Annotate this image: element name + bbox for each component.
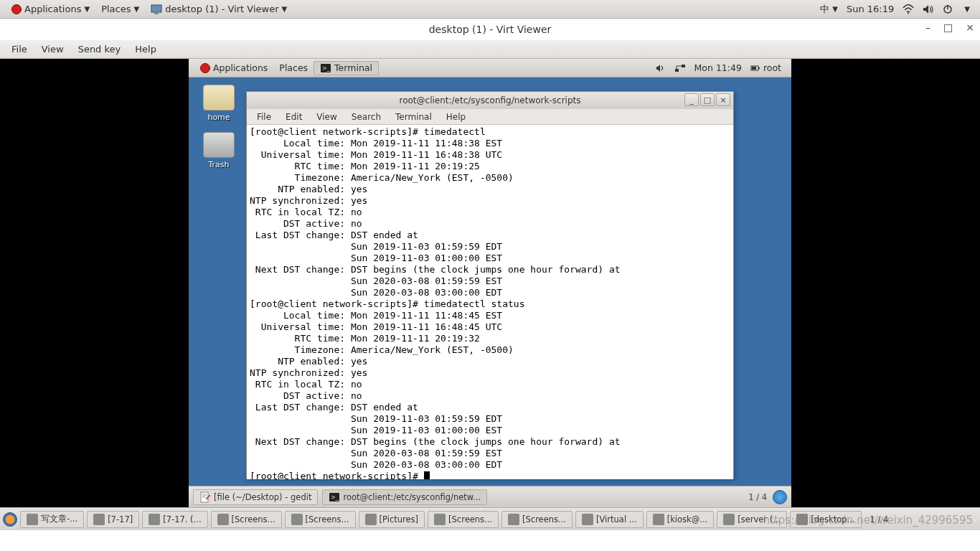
window-controls: – □ × (925, 22, 974, 33)
guest-user-menu[interactable]: root (746, 62, 786, 73)
home-folder-icon[interactable]: home (196, 85, 242, 122)
terminal-title-text: root@client:/etc/sysconfig/network-scrip… (400, 95, 581, 105)
guest-task-terminal[interactable]: >_ root@client:/etc/sysconfig/netw... (322, 489, 487, 505)
guest-places-menu[interactable]: Places (273, 62, 314, 73)
terminal-menu-edit[interactable]: Edit (278, 112, 309, 122)
host-task-item[interactable]: [7-17. (... (142, 511, 207, 528)
svg-text:>_: >_ (322, 65, 331, 72)
app-icon (508, 514, 519, 525)
terminal-titlebar[interactable]: root@client:/etc/sysconfig/network-scrip… (247, 92, 733, 109)
volume-icon[interactable] (918, 4, 938, 14)
menu-file[interactable]: File (4, 44, 34, 55)
guest-desktop-icons: home Trash (196, 85, 242, 179)
trash-icon[interactable]: Trash (196, 132, 242, 169)
app-icon (434, 514, 446, 525)
app-icon (365, 514, 377, 525)
host-task-item[interactable]: [7-17] (87, 511, 139, 528)
input-method-indicator[interactable]: 中▼ (816, 3, 842, 16)
svg-rect-1 (154, 13, 159, 14)
virt-viewer-menubar: File View Send key Help (0, 40, 980, 59)
host-taskbar: 写文章-...[7-17][7-17. (...[Screens...[Scre… (0, 507, 980, 530)
guest-top-bar: Applications Places >_ Terminal Mon 11:4… (189, 59, 791, 77)
terminal-icon: >_ (320, 62, 331, 74)
guest-terminal-task[interactable]: >_ Terminal (314, 61, 379, 75)
power-icon[interactable] (938, 4, 957, 14)
places-menu[interactable]: Places ▼ (95, 4, 145, 14)
terminal-menubar: File Edit View Search Terminal Help (247, 109, 733, 125)
svg-rect-10 (758, 67, 760, 69)
host-task-item[interactable]: [kiosk@... (646, 511, 715, 528)
redhat-icon (200, 63, 210, 73)
host-task-item[interactable]: [Pictures] (359, 511, 425, 528)
app-icon (582, 514, 593, 525)
guest-applications-menu[interactable]: Applications (194, 62, 273, 73)
app-icon (796, 514, 808, 525)
terminal-window[interactable]: root@client:/etc/sysconfig/network-scrip… (246, 91, 734, 479)
guest-network-icon[interactable] (670, 64, 690, 72)
terminal-minimize-button[interactable]: _ (684, 93, 699, 106)
terminal-menu-file[interactable]: File (250, 112, 278, 122)
host-task-item[interactable]: [Screens... (285, 511, 356, 528)
menu-help[interactable]: Help (128, 44, 164, 55)
chevron-down-icon: ▼ (282, 5, 288, 13)
host-task-item[interactable]: [Screens... (211, 511, 282, 528)
app-icon (291, 514, 303, 525)
guest-taskbar: [file (~/Desktop) - gedit >_ root@client… (189, 486, 791, 507)
chevron-down-icon: ▼ (832, 5, 838, 13)
workspace-indicator[interactable]: 1 / 4 (743, 492, 773, 502)
terminal-menu-search[interactable]: Search (344, 112, 388, 122)
terminal-maximize-button[interactable]: □ (700, 93, 715, 106)
chevron-down-icon: ▼ (84, 5, 90, 13)
chevron-down-icon: ▼ (133, 5, 139, 13)
host-task-item[interactable]: [server (... (717, 511, 787, 528)
terminal-window-controls: _ □ × (684, 93, 730, 106)
app-icon (723, 514, 735, 525)
svg-rect-7 (675, 69, 679, 72)
host-task-list: 写文章-...[7-17][7-17. (...[Screens...[Scre… (20, 511, 864, 528)
svg-point-2 (908, 12, 909, 14)
host-task-item[interactable]: 写文章-... (20, 511, 84, 528)
applications-menu[interactable]: Applications ▼ (6, 4, 95, 14)
svg-rect-11 (752, 67, 756, 70)
virt-viewer-titlebar[interactable]: desktop (1) - Virt Viewer – □ × (0, 19, 980, 40)
redhat-icon (11, 4, 22, 14)
host-workspace-indicator[interactable]: 1 / 4 (864, 514, 895, 524)
taskbar-active-app[interactable]: desktop (1) - Virt Viewer ▼ (145, 4, 293, 15)
close-button[interactable]: × (966, 22, 974, 33)
clock[interactable]: Sun 16:19 (842, 4, 898, 14)
gedit-icon (199, 491, 211, 503)
app-icon (27, 514, 38, 525)
virt-viewer-icon (151, 4, 162, 15)
active-app-label: desktop (1) - Virt Viewer (165, 4, 278, 14)
terminal-menu-help[interactable]: Help (439, 112, 473, 122)
terminal-menu-terminal[interactable]: Terminal (388, 112, 439, 122)
places-label: Places (101, 4, 131, 14)
host-task-item[interactable]: [Virtual ... (575, 511, 644, 528)
guest-clock[interactable]: Mon 11:49 (690, 62, 746, 73)
menu-sendkey[interactable]: Send key (71, 44, 128, 55)
svg-text:>_: >_ (331, 494, 339, 501)
guest-desktop[interactable]: Applications Places >_ Terminal Mon 11:4… (189, 59, 791, 507)
terminal-icon: >_ (329, 491, 340, 503)
guest-task-gedit[interactable]: [file (~/Desktop) - gedit (193, 489, 318, 505)
network-icon[interactable] (898, 4, 918, 14)
maximize-button[interactable]: □ (943, 22, 953, 33)
host-task-item[interactable]: [desktop... (790, 511, 861, 528)
applications-label: Applications (24, 4, 81, 14)
user-menu-chevron[interactable]: ▼ (957, 5, 974, 13)
app-icon (93, 514, 105, 525)
menu-view[interactable]: View (34, 44, 71, 55)
terminal-close-button[interactable]: × (716, 93, 730, 106)
terminal-output[interactable]: [root@client network-scripts]# timedatec… (247, 125, 733, 479)
host-task-item[interactable]: [Screens... (501, 511, 573, 528)
folder-icon (203, 85, 235, 110)
terminal-menu-view[interactable]: View (309, 112, 344, 122)
firefox-icon[interactable] (3, 512, 17, 527)
virt-viewer-content: Applications Places >_ Terminal Mon 11:4… (0, 59, 980, 507)
app-icon (653, 514, 664, 525)
trash-bin-icon (203, 132, 235, 158)
workspace-switch-button[interactable] (773, 490, 787, 504)
minimize-button[interactable]: – (925, 22, 930, 33)
host-task-item[interactable]: [Screens... (428, 511, 499, 528)
guest-volume-icon[interactable] (651, 64, 670, 72)
